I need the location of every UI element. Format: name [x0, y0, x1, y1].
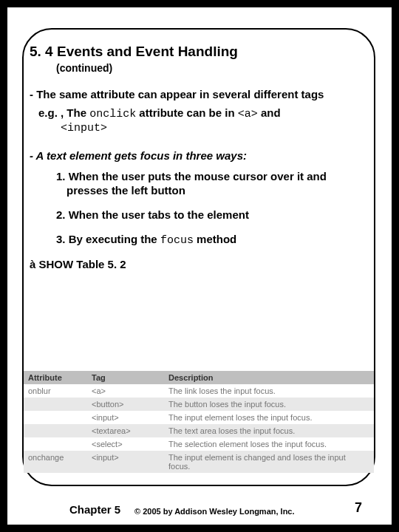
list-item-2: 2. When the user tabs to the element	[46, 208, 369, 222]
code-a-tag: <a>	[238, 108, 258, 120]
bullet-1: - The same attribute can appear in sever…	[30, 88, 369, 102]
table-row: onblur <a> The link loses the input focu…	[24, 384, 374, 398]
bullet-1-sub: e.g. , The onclick attribute can be in <…	[38, 106, 369, 122]
list-item-3: 3. By executing the focus method	[46, 233, 369, 248]
slide-content: 5. 4 Events and Event Handling (continue…	[19, 43, 381, 272]
cell-tag: <input>	[87, 411, 164, 424]
cell-desc: The button loses the input focus.	[164, 398, 374, 411]
table-row: <input> The input element loses the inpu…	[24, 411, 374, 424]
cell-desc: The input element is changed and loses t…	[164, 451, 374, 473]
cell-tag: <input>	[87, 451, 164, 473]
footer-page-number: 7	[355, 500, 362, 516]
cell-desc: The selection element loses the input fo…	[164, 437, 374, 451]
cell-attr	[24, 398, 87, 411]
show-table-line: à SHOW Table 5. 2	[30, 258, 369, 272]
th-tag: Tag	[87, 371, 164, 384]
cell-attr: onchange	[24, 451, 87, 473]
slide-subtitle: (continued)	[56, 62, 381, 75]
cell-desc: The text area loses the input focus.	[164, 424, 374, 437]
text: method	[194, 233, 236, 245]
list-item-1: 1. When the user puts the mouse cursor o…	[46, 170, 369, 198]
table-row: <button> The button loses the input focu…	[24, 398, 374, 411]
show-text: SHOW Table 5. 2	[35, 258, 126, 270]
cell-desc: The input element loses the input focus.	[164, 411, 374, 424]
bullet-2: - A text element gets focus in three way…	[30, 149, 369, 163]
slide-page: 5. 4 Events and Event Handling (continue…	[7, 7, 392, 525]
bullet-1-sub-line2: <input>	[61, 122, 369, 136]
slide-title: 5. 4 Events and Event Handling	[30, 43, 381, 61]
code-onclick: onclick	[89, 108, 136, 120]
footer-chapter: Chapter 5	[69, 503, 120, 516]
footer-copyright: © 2005 by Addison Wesley Longman, Inc.	[134, 507, 295, 516]
code-focus: focus	[160, 234, 194, 247]
cell-desc: The link loses the input focus.	[164, 384, 374, 398]
table-header-row: Attribute Tag Description	[24, 371, 374, 384]
cell-tag: <select>	[87, 437, 164, 451]
text: e.g. , The	[38, 106, 89, 119]
cell-attr: onblur	[24, 384, 87, 398]
text: attribute can be in	[136, 106, 238, 119]
cell-tag: <button>	[87, 398, 164, 411]
cell-tag: <a>	[87, 384, 164, 398]
text: 3. By executing the	[56, 233, 160, 245]
cell-attr	[24, 424, 87, 437]
ordered-list: 1. When the user puts the mouse cursor o…	[46, 170, 369, 248]
table-row: <textarea> The text area loses the input…	[24, 424, 374, 437]
rounded-frame: 5. 4 Events and Event Handling (continue…	[22, 28, 375, 486]
th-attribute: Attribute	[24, 371, 87, 384]
th-description: Description	[164, 371, 374, 384]
text: and	[258, 106, 281, 119]
cell-tag: <textarea>	[87, 424, 164, 437]
table-row: onchange <input> The input element is ch…	[24, 451, 374, 473]
table-row: <select> The selection element loses the…	[24, 437, 374, 451]
cell-attr	[24, 411, 87, 424]
attributes-table: Attribute Tag Description onblur <a> The…	[24, 371, 374, 473]
cell-attr	[24, 437, 87, 451]
